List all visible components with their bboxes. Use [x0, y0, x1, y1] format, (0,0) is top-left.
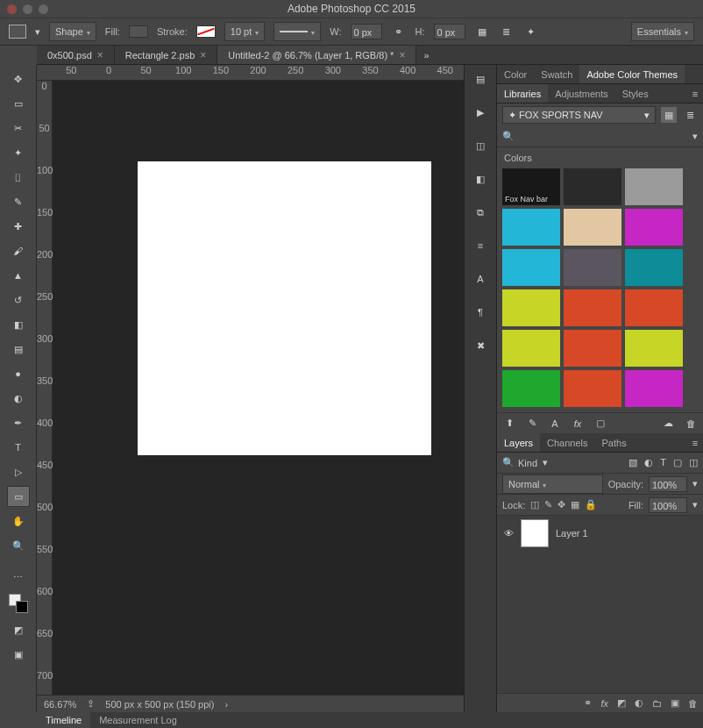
library-search[interactable]: 🔍 — [502, 129, 687, 145]
fill-swatch[interactable] — [129, 25, 148, 38]
library-swatch[interactable]: Fox Nav bar — [502, 168, 560, 205]
library-swatch[interactable] — [625, 370, 683, 407]
canvas-area[interactable]: 50050100150200250300350400450 0501001502… — [37, 65, 464, 712]
stamp-tool[interactable]: ▲ — [7, 265, 30, 286]
library-swatch[interactable] — [564, 289, 621, 326]
lock-all-icon[interactable]: 🔒 — [585, 499, 597, 510]
arrange-icon[interactable]: ≣ — [499, 24, 515, 39]
brush-add-icon[interactable]: ✎ — [525, 417, 539, 431]
group-icon[interactable]: 🗀 — [652, 698, 662, 709]
path-select-tool[interactable]: ▷ — [7, 461, 30, 482]
close-icon[interactable] — [200, 49, 206, 61]
layer-thumbnail[interactable] — [521, 519, 549, 547]
edit-toolbar-icon[interactable]: ⋯ — [7, 567, 30, 588]
tab-overflow-icon[interactable]: » — [416, 46, 436, 64]
crop-tool[interactable]: ⌷ — [7, 167, 30, 188]
trash-icon[interactable]: 🗑 — [688, 698, 698, 709]
eyedropper-tool[interactable]: ✎ — [7, 191, 30, 212]
library-swatch[interactable] — [625, 209, 683, 246]
marquee-tool[interactable]: ▭ — [7, 93, 30, 114]
tab-color[interactable]: Color — [497, 65, 534, 83]
lock-position-icon[interactable]: ✥ — [557, 499, 565, 510]
chevron-right-icon[interactable]: › — [224, 699, 228, 710]
tab-swatch[interactable]: Swatch — [534, 65, 579, 83]
path-options-icon[interactable]: ✦ — [523, 24, 539, 39]
doc-tab-0[interactable]: 0x500.psd — [37, 46, 115, 64]
library-swatch[interactable] — [564, 330, 621, 367]
pilcrow-icon[interactable]: ¶ — [472, 303, 489, 321]
tab-layers[interactable]: Layers — [497, 433, 540, 452]
library-dropdown[interactable]: ✦ FOX SPORTS NAV▾ — [502, 106, 656, 124]
chevron-down-icon[interactable]: ▾ — [692, 131, 698, 142]
trash-icon[interactable]: 🗑 — [684, 417, 698, 431]
tab-measurement-log[interactable]: Measurement Log — [90, 712, 186, 728]
character-a-icon[interactable]: A — [472, 270, 489, 288]
char-style-icon[interactable]: A — [548, 417, 562, 431]
tab-adobe-color-themes[interactable]: Adobe Color Themes — [579, 65, 685, 83]
layers-list[interactable]: Layer 1 — [497, 516, 703, 693]
library-swatch[interactable] — [625, 168, 683, 205]
dodge-tool[interactable]: ◐ — [7, 388, 30, 409]
new-layer-icon[interactable]: ▣ — [671, 697, 679, 709]
play-icon[interactable]: ▶ — [472, 103, 489, 121]
layer-name[interactable]: Layer 1 — [556, 528, 588, 539]
layer-row[interactable]: Layer 1 — [497, 516, 703, 551]
workspace-dropdown[interactable]: Essentials — [631, 22, 694, 41]
fx-icon[interactable]: fx — [571, 417, 585, 431]
library-swatch[interactable] — [564, 370, 621, 407]
tab-adjustments[interactable]: Adjustments — [548, 84, 615, 103]
filter-shape-icon[interactable]: ▢ — [673, 457, 682, 468]
cloud-icon[interactable]: ☁ — [661, 417, 675, 431]
filter-adjust-icon[interactable]: ◐ — [644, 457, 653, 468]
lock-pixels-icon[interactable]: ✎ — [544, 499, 552, 510]
ruler-horizontal[interactable]: 50050100150200250300350400450 — [37, 65, 464, 81]
close-icon[interactable] — [399, 49, 405, 61]
align-icon[interactable]: ▦ — [474, 24, 490, 39]
tab-libraries[interactable]: Libraries — [497, 84, 548, 103]
history-brush-tool[interactable]: ↺ — [7, 289, 30, 310]
doc-tab-1[interactable]: Rectangle 2.psb — [115, 46, 218, 64]
library-swatch[interactable] — [502, 289, 560, 326]
doc-tab-2[interactable]: Untitled-2 @ 66.7% (Layer 1, RGB/8) * — [217, 46, 416, 64]
layer-filter-kind[interactable]: 🔍Kind — [502, 457, 537, 468]
swatches-panel-icon[interactable]: ◫ — [472, 137, 489, 154]
library-swatch[interactable] — [502, 330, 560, 367]
rectangle-tool[interactable]: ▭ — [7, 486, 30, 507]
doc-dimensions[interactable]: 500 px x 500 px (150 ppi) — [105, 699, 214, 710]
share-icon[interactable]: ⇪ — [87, 698, 95, 710]
quick-mask-icon[interactable]: ◩ — [7, 619, 30, 640]
tab-timeline[interactable]: Timeline — [37, 712, 90, 728]
document-canvas[interactable] — [138, 161, 431, 455]
blend-mode-dropdown[interactable]: Normal — [502, 475, 603, 494]
history-panel-icon[interactable]: ▤ — [472, 70, 489, 88]
hand-tool[interactable]: ✋ — [7, 510, 30, 532]
stroke-width-dropdown[interactable]: 10 pt — [224, 22, 265, 41]
width-input[interactable]: 0 px — [351, 24, 382, 39]
library-swatch[interactable] — [625, 289, 683, 326]
lasso-tool[interactable]: ✂ — [7, 118, 30, 139]
stroke-swatch[interactable] — [196, 25, 216, 38]
library-swatch[interactable] — [564, 168, 621, 205]
tools-icon[interactable]: ✖ — [472, 337, 489, 354]
layer-mask-icon[interactable]: ◩ — [617, 697, 626, 709]
lock-transparent-icon[interactable]: ◫ — [530, 499, 539, 510]
zoom-level[interactable]: 66.67% — [44, 699, 76, 710]
filter-pixel-icon[interactable]: ▧ — [628, 457, 637, 468]
chevron-down-icon[interactable]: ▾ — [35, 26, 40, 38]
chevron-down-icon[interactable]: ▾ — [543, 457, 548, 468]
tab-paths[interactable]: Paths — [595, 433, 634, 452]
screen-mode-icon[interactable]: ▣ — [7, 644, 30, 665]
library-swatch[interactable] — [625, 330, 683, 367]
adjustment-layer-icon[interactable]: ◐ — [635, 697, 643, 709]
zoom-tool[interactable]: 🔍 — [7, 535, 30, 556]
library-swatch[interactable] — [564, 209, 621, 246]
layers-panel-icon[interactable]: ⧉ — [472, 203, 489, 221]
visibility-toggle[interactable] — [504, 528, 514, 539]
library-swatch[interactable] — [564, 249, 621, 286]
brush-tool[interactable]: 🖌 — [7, 240, 30, 261]
grid-view-icon[interactable]: ▦ — [661, 107, 677, 123]
layer-fx-icon[interactable]: fx — [600, 698, 608, 709]
library-swatch[interactable] — [625, 249, 683, 286]
link-layers-icon[interactable]: ⚭ — [584, 697, 592, 709]
blur-tool[interactable]: ● — [7, 363, 30, 384]
